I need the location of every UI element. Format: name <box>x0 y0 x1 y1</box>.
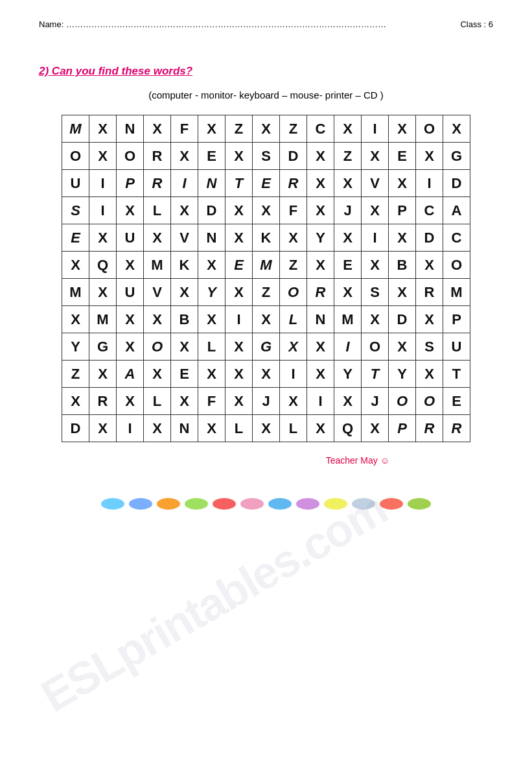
cell: X <box>362 252 389 279</box>
cell: X <box>253 361 280 388</box>
wordsearch-table: MXNXFXZXZCXIXOXOXORXEXSDXZXEXGUIPRINTERX… <box>62 115 470 442</box>
cell: O <box>416 388 443 415</box>
cell: X <box>226 388 253 415</box>
cell: X <box>253 197 280 224</box>
cell: X <box>198 415 226 442</box>
cell: C <box>443 224 470 252</box>
cell: X <box>226 361 253 388</box>
cell: X <box>144 306 171 333</box>
cell: X <box>62 306 89 333</box>
cell: X <box>280 388 307 415</box>
cell: X <box>89 415 117 442</box>
cell: E <box>334 252 362 279</box>
cell: Z <box>62 361 89 388</box>
pill <box>129 498 152 510</box>
pill <box>157 498 180 510</box>
cell: X <box>117 197 144 224</box>
cell: X <box>144 415 171 442</box>
cell: I <box>362 115 389 143</box>
cell: X <box>389 279 416 306</box>
cell: S <box>62 197 89 224</box>
cell: R <box>280 170 307 197</box>
cell: X <box>144 361 171 388</box>
cell: X <box>280 333 307 361</box>
cell: E <box>253 170 280 197</box>
cell: J <box>362 388 389 415</box>
cell: D <box>443 170 470 197</box>
cell: S <box>253 143 280 170</box>
cell: I <box>362 224 389 252</box>
cell: N <box>198 170 226 197</box>
cell: Z <box>253 279 280 306</box>
cell: L <box>144 197 171 224</box>
cell: I <box>89 170 117 197</box>
cell: T <box>362 361 389 388</box>
cell: Y <box>334 361 362 388</box>
cell: G <box>89 333 117 361</box>
cell: X <box>416 361 443 388</box>
cell: L <box>226 415 253 442</box>
cell: X <box>226 197 253 224</box>
cell: X <box>253 115 280 143</box>
cell: D <box>416 224 443 252</box>
pill <box>380 498 403 510</box>
cell: S <box>416 333 443 361</box>
cell: D <box>280 143 307 170</box>
cell: C <box>307 115 334 143</box>
cell: O <box>362 333 389 361</box>
pill <box>240 498 264 510</box>
cell: U <box>62 170 89 197</box>
cell: X <box>144 224 171 252</box>
cell: X <box>198 306 226 333</box>
wordsearch-container: MXNXFXZXZCXIXOXOXORXEXSDXZXEXGUIPRINTERX… <box>39 115 493 442</box>
cell: M <box>62 115 89 143</box>
cell: X <box>117 333 144 361</box>
cell: O <box>389 388 416 415</box>
cell: X <box>171 143 198 170</box>
pill <box>213 498 236 510</box>
cell: Z <box>280 115 307 143</box>
pill <box>268 498 292 510</box>
cell: N <box>198 224 226 252</box>
cell: M <box>144 252 171 279</box>
cell: N <box>117 115 144 143</box>
cell: X <box>362 415 389 442</box>
cell: F <box>171 115 198 143</box>
cell: X <box>198 361 226 388</box>
cell: L <box>198 333 226 361</box>
cell: P <box>389 415 416 442</box>
cell: G <box>443 143 470 170</box>
cell: F <box>198 388 226 415</box>
cell: E <box>62 224 89 252</box>
cell: V <box>144 279 171 306</box>
cell: R <box>416 279 443 306</box>
cell: X <box>389 224 416 252</box>
cell: U <box>117 279 144 306</box>
cell: U <box>117 224 144 252</box>
cell: U <box>443 333 470 361</box>
cell: X <box>416 143 443 170</box>
cell: P <box>389 197 416 224</box>
teacher-credit: Teacher May ☺ <box>39 455 389 466</box>
class-label: Class : 6 <box>460 19 493 29</box>
cell: X <box>89 361 117 388</box>
cell: X <box>117 306 144 333</box>
cell: F <box>280 197 307 224</box>
pill <box>185 498 208 510</box>
cell: R <box>307 279 334 306</box>
cell: E <box>171 361 198 388</box>
cell: C <box>416 197 443 224</box>
cell: R <box>416 415 443 442</box>
cell: X <box>334 279 362 306</box>
cell: X <box>334 170 362 197</box>
cell: D <box>389 306 416 333</box>
cell: X <box>307 252 334 279</box>
cell: E <box>389 143 416 170</box>
cell: X <box>280 224 307 252</box>
cell: X <box>307 170 334 197</box>
name-label: Name: …………………………………………………………………………………………… <box>39 19 386 29</box>
cell: X <box>198 252 226 279</box>
cell: I <box>307 388 334 415</box>
cell: K <box>253 224 280 252</box>
cell: X <box>89 224 117 252</box>
